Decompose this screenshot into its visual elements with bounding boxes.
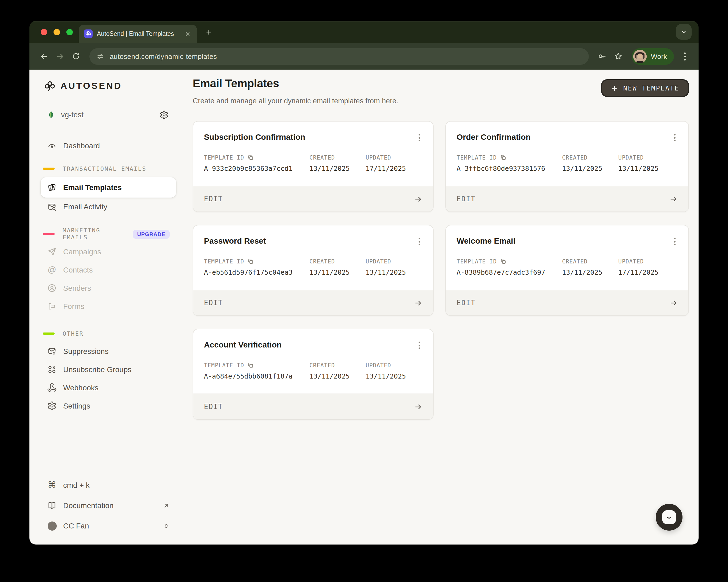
sidebar-item-label: Email Activity <box>63 202 107 211</box>
edit-template-button[interactable]: EDIT <box>193 394 433 419</box>
card-menu-icon[interactable] <box>672 236 678 247</box>
sidebar-item-senders[interactable]: Senders <box>41 279 176 297</box>
card-menu-icon[interactable] <box>416 132 422 143</box>
reload-icon[interactable] <box>68 48 84 64</box>
new-template-button[interactable]: NEW TEMPLATE <box>601 79 689 97</box>
browser-tab[interactable]: AutoSend | Email Templates <box>79 25 197 43</box>
workspace-switcher[interactable]: vg-test <box>41 105 176 124</box>
updated-label: UPDATED <box>366 258 391 264</box>
tab-search-button[interactable] <box>676 24 692 40</box>
sidebar-bottom: ⌘ cmd + k Documentation C <box>41 476 176 537</box>
sidebar-item-forms[interactable]: Forms <box>41 297 176 315</box>
browser-profile-chip[interactable]: Work <box>632 48 674 65</box>
arrow-right-icon <box>414 195 422 203</box>
edit-label: EDIT <box>204 299 223 307</box>
browser-menu-icon[interactable] <box>677 49 692 64</box>
template-id-label: TEMPLATE ID <box>204 362 244 369</box>
sidebar-item-label: Documentation <box>63 501 113 510</box>
copy-icon[interactable] <box>500 258 506 264</box>
browser-tab-bar: AutoSend | Email Templates <box>29 21 699 43</box>
template-id-value: A-eb561d5976f175c04ea3 <box>204 268 309 276</box>
sidebar-item-settings[interactable]: Settings <box>41 397 176 415</box>
site-settings-icon[interactable] <box>96 52 104 60</box>
sidebar-item-dashboard[interactable]: Dashboard <box>41 136 176 155</box>
autosend-favicon-icon <box>84 29 93 38</box>
account-switcher[interactable]: CC Fan <box>41 517 176 535</box>
updated-label: UPDATED <box>618 154 644 161</box>
arrow-right-icon <box>414 402 422 411</box>
page-title: Email Templates <box>193 77 398 90</box>
sidebar-item-label: Suppressions <box>63 347 109 356</box>
created-value: 13/11/2025 <box>309 372 366 380</box>
sidebar-item-label: Contacts <box>63 265 93 274</box>
screen: AutoSend | Email Templates <box>0 0 728 582</box>
new-tab-button[interactable] <box>202 25 215 38</box>
forward-icon[interactable] <box>52 48 68 64</box>
minimize-window-button[interactable] <box>54 29 60 35</box>
bookmark-star-icon[interactable] <box>610 48 626 64</box>
sidebar-item-label: Senders <box>63 284 91 292</box>
dashboard-gauge-icon <box>47 141 57 150</box>
created-label: CREATED <box>309 154 335 161</box>
close-window-button[interactable] <box>41 29 47 35</box>
profile-avatar <box>633 50 647 63</box>
chat-widget-button[interactable] <box>656 504 682 531</box>
copy-icon[interactable] <box>500 154 506 161</box>
sidebar-item-documentation[interactable]: Documentation <box>41 496 176 514</box>
card-menu-icon[interactable] <box>672 132 678 143</box>
template-id-value: A-8389b687e7c7adc3f697 <box>457 268 562 276</box>
sidebar-item-unsubscribe-groups[interactable]: Unsubscribe Groups <box>41 360 176 379</box>
created-label: CREATED <box>309 258 335 264</box>
sidebar-item-label: Dashboard <box>63 141 100 150</box>
sidebar-item-campaigns[interactable]: Campaigns <box>41 243 176 261</box>
created-value: 13/11/2025 <box>562 165 618 172</box>
tab-close-icon[interactable] <box>183 29 192 38</box>
edit-template-button[interactable]: EDIT <box>446 290 688 315</box>
sidebar-item-label: Forms <box>63 302 84 310</box>
card-menu-icon[interactable] <box>416 340 422 351</box>
template-card-title: Password Reset <box>204 236 266 245</box>
autosend-logo-icon <box>44 80 56 92</box>
copy-icon[interactable] <box>247 258 254 264</box>
sidebar-item-webhooks[interactable]: Webhooks <box>41 379 176 397</box>
template-card: Welcome Email TEMPLATE ID A-8389b687e7c <box>445 225 689 316</box>
email-templates-icon <box>47 183 57 192</box>
card-menu-icon[interactable] <box>416 236 422 247</box>
passwords-key-icon[interactable] <box>594 48 610 64</box>
workspace-settings-gear-icon[interactable] <box>159 110 168 119</box>
window-controls <box>41 21 73 43</box>
sidebar-item-contacts[interactable]: @ Contacts <box>41 261 176 279</box>
edit-template-button[interactable]: EDIT <box>446 186 688 211</box>
zoom-window-button[interactable] <box>67 29 73 35</box>
template-card: Account Verification TEMPLATE ID A-a684 <box>193 329 434 420</box>
template-id-value: A-933c20b9c85363a7ccd1 <box>204 165 309 172</box>
sidebar-item-email-activity[interactable]: Email Activity <box>41 198 176 216</box>
upgrade-badge[interactable]: UPGRADE <box>133 229 170 238</box>
command-icon: ⌘ <box>47 481 57 489</box>
updated-label: UPDATED <box>366 362 391 369</box>
command-palette-shortcut[interactable]: ⌘ cmd + k <box>41 476 176 494</box>
arrow-right-icon <box>669 299 678 307</box>
edit-template-button[interactable]: EDIT <box>193 290 433 315</box>
page-header: Email Templates Create and manage all yo… <box>193 76 689 105</box>
copy-icon[interactable] <box>247 362 254 369</box>
sidebar-item-suppressions[interactable]: Suppressions <box>41 342 176 360</box>
template-id-value: A-a684e755dbb6081f187a <box>204 372 309 380</box>
template-card-title: Welcome Email <box>457 236 516 245</box>
forms-input-icon <box>47 301 57 311</box>
browser-window: AutoSend | Email Templates <box>29 21 699 545</box>
sidebar-item-email-templates[interactable]: Email Templates <box>41 177 176 198</box>
app-page: AUTOSEND vg-test <box>29 70 699 545</box>
workspace-name: vg-test <box>61 110 154 119</box>
account-avatar <box>47 521 57 530</box>
copy-icon[interactable] <box>247 154 254 161</box>
template-card-title: Subscription Confirmation <box>204 132 305 141</box>
arrow-right-icon <box>669 195 678 203</box>
updated-value: 17/11/2025 <box>366 165 422 172</box>
edit-label: EDIT <box>204 403 223 411</box>
browser-toolbar: autosend.com/dynamic-templates Work <box>29 43 699 70</box>
updated-value: 17/11/2025 <box>618 268 678 276</box>
back-icon[interactable] <box>36 48 52 64</box>
address-bar[interactable]: autosend.com/dynamic-templates <box>89 48 589 65</box>
edit-template-button[interactable]: EDIT <box>193 186 433 211</box>
